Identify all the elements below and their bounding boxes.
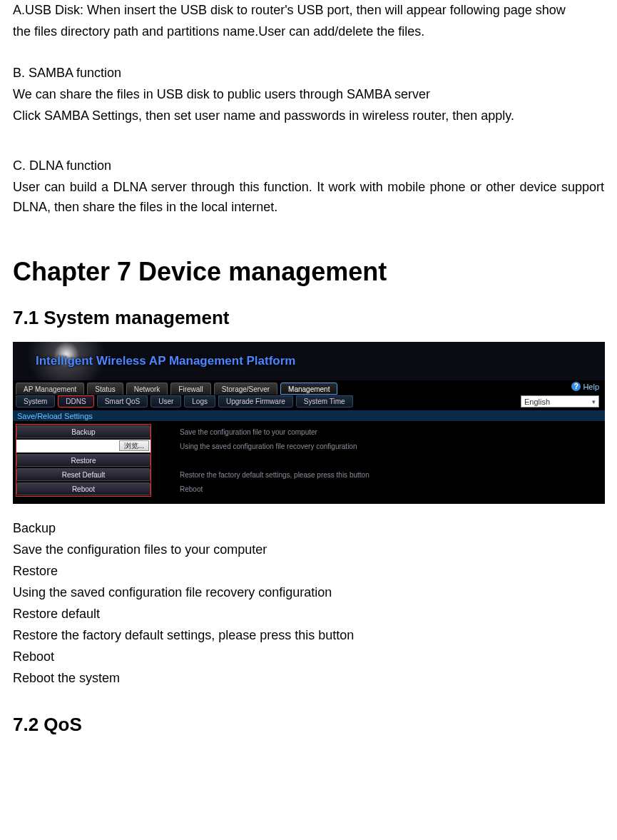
tab-firewall[interactable]: Firewall bbox=[170, 383, 210, 395]
language-value: English bbox=[524, 398, 550, 406]
after-backup: Backup bbox=[13, 518, 604, 538]
para-b-line2: Click SAMBA Settings, then set user name… bbox=[13, 106, 604, 126]
language-select[interactable]: English ▾ bbox=[521, 395, 599, 408]
tab-network[interactable]: Network bbox=[126, 383, 168, 395]
main-tab-row: AP Management Status Network Firewall St… bbox=[13, 380, 605, 395]
restore-button[interactable]: Restore bbox=[16, 454, 151, 467]
button-column: Backup 浏览... Restore Reset Default Reboo… bbox=[16, 424, 151, 497]
tab-storage-server[interactable]: Storage/Server bbox=[214, 383, 277, 395]
row-file: 浏览... bbox=[16, 439, 151, 453]
subtab-system[interactable]: System bbox=[16, 395, 55, 408]
row-reset-default: Reset Default bbox=[16, 467, 151, 482]
description-column: Save the configuration file to your comp… bbox=[180, 424, 605, 497]
after-restore-default: Restore default bbox=[13, 604, 604, 624]
router-admin-screenshot: Intelligent Wireless AP Management Platf… bbox=[13, 342, 605, 504]
after-reboot-desc: Reboot the system bbox=[13, 668, 604, 688]
help-link[interactable]: ? Help bbox=[571, 382, 599, 391]
row-backup: Backup bbox=[16, 425, 151, 439]
para-b-line1: We can share the files in USB disk to pu… bbox=[13, 84, 604, 104]
tab-ap-management[interactable]: AP Management bbox=[16, 383, 84, 395]
para-a-line1: A.USB Disk: When insert the USB disk to … bbox=[13, 0, 604, 20]
row-reboot: Reboot bbox=[16, 482, 151, 496]
desc-reset-default: Restore the factory default settings, pl… bbox=[180, 468, 605, 482]
row-restore: Restore bbox=[16, 453, 151, 467]
desc-restore bbox=[180, 454, 605, 468]
help-label: Help bbox=[583, 383, 599, 391]
subtab-system-time[interactable]: System Time bbox=[296, 395, 353, 408]
chapter-heading: Chapter 7 Device management bbox=[13, 257, 604, 287]
browse-button[interactable]: 浏览... bbox=[119, 440, 149, 451]
after-backup-desc: Save the configuration files to your com… bbox=[13, 540, 604, 560]
after-restore: Restore bbox=[13, 561, 604, 581]
after-restore-default-desc: Restore the factory default settings, pl… bbox=[13, 625, 604, 645]
subtab-smart-qos[interactable]: Smart QoS bbox=[97, 395, 148, 408]
backup-button[interactable]: Backup bbox=[16, 425, 151, 438]
desc-reboot: Reboot bbox=[180, 482, 605, 497]
tab-status[interactable]: Status bbox=[87, 383, 123, 395]
help-icon: ? bbox=[571, 382, 581, 391]
settings-body: Backup 浏览... Restore Reset Default Reboo… bbox=[13, 421, 605, 504]
desc-backup: Save the configuration file to your comp… bbox=[180, 425, 605, 440]
section-7-1-heading: 7.1 System management bbox=[13, 307, 604, 329]
section-7-2-heading: 7.2 QoS bbox=[13, 714, 604, 736]
banner: Intelligent Wireless AP Management Platf… bbox=[13, 342, 605, 380]
platform-title: Intelligent Wireless AP Management Platf… bbox=[36, 354, 296, 368]
tab-management[interactable]: Management bbox=[280, 383, 337, 395]
subtab-ddns[interactable]: DDNS bbox=[58, 395, 93, 408]
after-reboot: Reboot bbox=[13, 647, 604, 667]
para-c-line1: User can build a DLNA server through thi… bbox=[13, 177, 604, 217]
after-restore-desc: Using the saved configuration file recov… bbox=[13, 582, 604, 602]
sub-tab-row: System DDNS Smart QoS User Logs Upgrade … bbox=[13, 395, 605, 410]
reboot-button[interactable]: Reboot bbox=[16, 482, 151, 495]
reset-default-button[interactable]: Reset Default bbox=[16, 468, 151, 481]
subtab-user[interactable]: User bbox=[151, 395, 181, 408]
section-label: Save/Reload Settings bbox=[13, 410, 605, 421]
heading-c: C. DLNA function bbox=[13, 156, 604, 176]
para-a-line2: the files directory path and partitions … bbox=[13, 21, 604, 41]
file-input[interactable]: 浏览... bbox=[16, 440, 151, 452]
heading-b: B. SAMBA function bbox=[13, 63, 604, 83]
chevron-down-icon: ▾ bbox=[592, 398, 596, 405]
subtab-upgrade-firmware[interactable]: Upgrade Firmware bbox=[218, 395, 293, 408]
desc-restore-file: Using the saved configuration file recov… bbox=[180, 440, 605, 454]
subtab-logs[interactable]: Logs bbox=[184, 395, 215, 408]
